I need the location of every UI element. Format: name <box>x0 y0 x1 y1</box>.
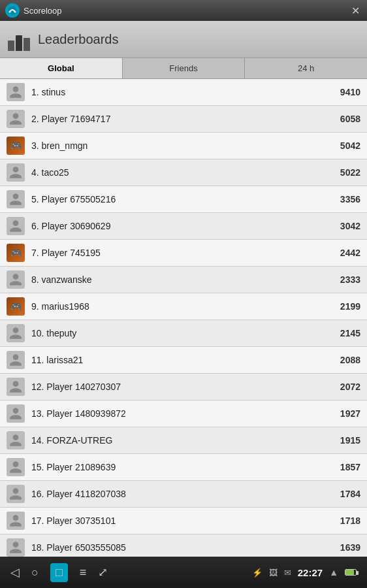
player-name: 4. taco25 <box>31 167 335 178</box>
avatar <box>7 110 25 128</box>
svg-point-2 <box>14 11 16 13</box>
list-item[interactable]: 6. Player 306906293042 <box>0 213 367 240</box>
avatar <box>7 190 25 208</box>
list-item[interactable]: 🎮9. marius19682199 <box>0 293 367 320</box>
leaderboard-icon <box>8 27 31 51</box>
list-item[interactable]: 1. stinus9410 <box>0 79 367 106</box>
player-score: 5022 <box>340 167 360 178</box>
list-item[interactable]: 17. Player 307351011718 <box>0 508 367 534</box>
player-name: 6. Player 30690629 <box>31 221 335 231</box>
player-score: 2088 <box>340 355 360 365</box>
player-score: 1718 <box>340 515 360 526</box>
player-name: 5. Player 675505216 <box>31 194 335 204</box>
player-name: 3. bren_nmgn <box>31 140 335 151</box>
avatar <box>7 378 25 396</box>
player-score: 1857 <box>340 462 360 472</box>
player-name: 8. vanzwanske <box>31 274 335 285</box>
avatar <box>7 404 25 423</box>
battery-icon <box>345 569 357 576</box>
player-score: 2199 <box>340 301 360 312</box>
list-item[interactable]: 12. Player 1402703072072 <box>0 374 367 400</box>
player-score: 3042 <box>340 221 360 231</box>
avatar <box>7 458 25 476</box>
scoreloop-logo <box>5 3 20 18</box>
list-item[interactable]: 13. Player 14809398721927 <box>0 400 367 427</box>
page-title: Leaderboards <box>38 32 118 47</box>
recent-apps-button[interactable]: □ <box>50 563 68 582</box>
player-score: 1639 <box>340 542 360 553</box>
list-item[interactable]: 🎮7. Player 7451952442 <box>0 240 367 267</box>
player-name: 11. larissa21 <box>31 355 335 365</box>
title-bar-app-name: Scoreloop <box>24 6 62 16</box>
player-score: 3356 <box>340 194 360 204</box>
home-button[interactable]: ○ <box>31 566 39 580</box>
leaderboard-list[interactable]: 1. stinus94102. Player 716947176058🎮3. b… <box>0 79 367 557</box>
list-item[interactable]: 🎮3. bren_nmgn5042 <box>0 133 367 159</box>
avatar <box>7 485 25 503</box>
list-item[interactable]: 11. larissa212088 <box>0 347 367 374</box>
avatar <box>7 512 25 530</box>
usb-icon: ⚡ <box>252 568 263 578</box>
player-score: 1784 <box>340 489 360 499</box>
avatar <box>7 431 25 449</box>
wifi-icon: ▲ <box>329 567 338 578</box>
player-score: 9410 <box>340 87 360 97</box>
player-name: 10. theputy <box>31 328 335 338</box>
title-bar: Scoreloop ✕ <box>0 0 367 21</box>
email-icon: ✉ <box>284 568 291 578</box>
player-score: 2145 <box>340 328 360 338</box>
list-item[interactable]: 5. Player 6755052163356 <box>0 186 367 213</box>
list-item[interactable]: 4. taco255022 <box>0 159 367 186</box>
avatar <box>7 163 25 182</box>
main-content: Leaderboards Global Friends 24 h 1. stin… <box>0 21 367 557</box>
player-name: 7. Player 745195 <box>31 248 335 258</box>
nav-bar: ◁ ○ □ ≡ ⤢ ⚡ 🖼 ✉ 22:27 ▲ <box>0 557 367 588</box>
player-name: 12. Player 140270307 <box>31 382 335 392</box>
avatar <box>7 351 25 369</box>
player-score: 6058 <box>340 114 360 124</box>
expand-button[interactable]: ⤢ <box>98 565 108 580</box>
avatar <box>7 270 25 289</box>
player-name: 9. marius1968 <box>31 301 335 312</box>
tab-friends[interactable]: Friends <box>123 58 246 78</box>
time-display: 22:27 <box>298 567 323 578</box>
player-score: 1915 <box>340 435 360 446</box>
avatar <box>7 83 25 101</box>
nav-right: ⚡ 🖼 ✉ 22:27 ▲ <box>252 567 357 578</box>
avatar <box>7 324 25 342</box>
player-name: 14. FORZA-UTREG <box>31 435 335 446</box>
nav-left: ◁ ○ □ ≡ ⤢ <box>10 563 108 582</box>
list-item[interactable]: 15. Player 210896391857 <box>0 454 367 481</box>
list-item[interactable]: 10. theputy2145 <box>0 320 367 347</box>
list-item[interactable]: 2. Player 716947176058 <box>0 106 367 133</box>
player-score: 5042 <box>340 140 360 151</box>
player-score: 1927 <box>340 408 360 419</box>
avatar: 🎮 <box>7 137 25 155</box>
svg-point-1 <box>9 11 11 13</box>
title-bar-left: Scoreloop <box>5 3 62 18</box>
player-name: 16. Player 4118207038 <box>31 489 335 499</box>
photo-icon: 🖼 <box>269 568 278 578</box>
player-name: 1. stinus <box>31 87 335 97</box>
player-name: 17. Player 30735101 <box>31 515 335 526</box>
avatar <box>7 538 25 557</box>
menu-button[interactable]: ≡ <box>80 566 87 580</box>
list-item[interactable]: 14. FORZA-UTREG1915 <box>0 427 367 454</box>
player-score: 2333 <box>340 274 360 285</box>
player-score: 2072 <box>340 382 360 392</box>
player-name: 2. Player 71694717 <box>31 114 335 124</box>
avatar <box>7 217 25 235</box>
header: Leaderboards <box>0 21 367 58</box>
list-item[interactable]: 16. Player 41182070381784 <box>0 481 367 508</box>
avatar: 🎮 <box>7 297 25 316</box>
tabs-container: Global Friends 24 h <box>0 58 367 79</box>
avatar: 🎮 <box>7 244 25 262</box>
player-name: 15. Player 21089639 <box>31 462 335 472</box>
tab-global[interactable]: Global <box>0 58 123 78</box>
list-item[interactable]: 18. Player 65035550851639 <box>0 534 367 557</box>
close-button[interactable]: ✕ <box>349 5 362 17</box>
tab-24h[interactable]: 24 h <box>245 58 367 78</box>
player-name: 13. Player 1480939872 <box>31 408 335 419</box>
back-button[interactable]: ◁ <box>10 565 20 580</box>
list-item[interactable]: 8. vanzwanske2333 <box>0 267 367 293</box>
